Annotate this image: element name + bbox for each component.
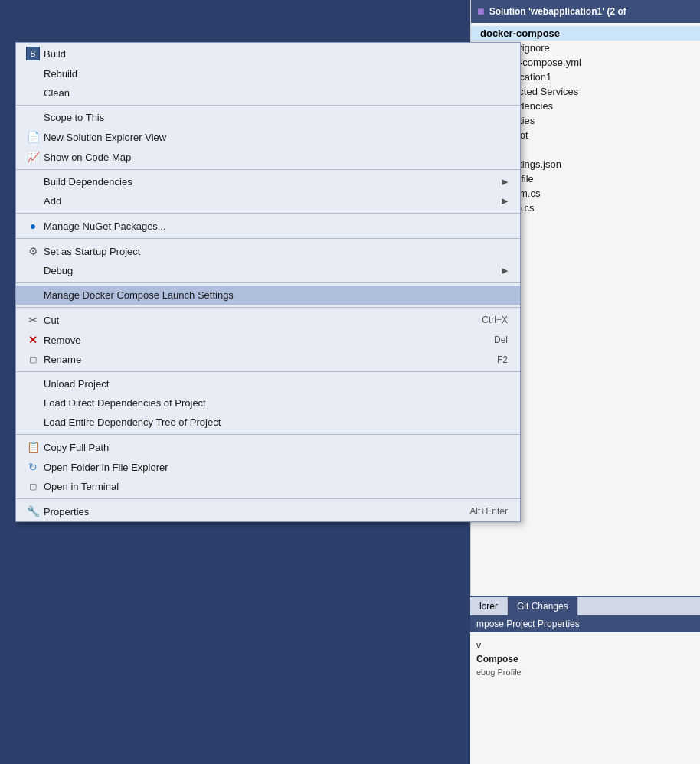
scissors-icon: ✂: [22, 314, 44, 326]
menu-item-label: Rebuild: [44, 68, 508, 80]
menu-item-label: Build: [44, 48, 508, 60]
solution-explorer-header: ■ Solution 'webapplication1' (2 of: [471, 0, 700, 23]
menu-divider: [16, 282, 520, 283]
menu-item-open-terminal[interactable]: ▢Open in Terminal: [16, 477, 520, 496]
menu-item-debug[interactable]: Debug▶: [16, 261, 520, 280]
menu-item-label: Open in Terminal: [44, 481, 508, 492]
menu-item-label: Manage NuGet Packages...: [44, 220, 508, 232]
submenu-arrow-icon: ▶: [502, 177, 508, 187]
menu-item-label: Remove: [44, 335, 463, 346]
menu-divider: [16, 498, 520, 499]
menu-item-shortcut: Alt+Enter: [469, 506, 508, 517]
bottom-content: mpose Project Properties v Compose ebug …: [470, 615, 700, 681]
bottom-panel: lorer Git Changes mpose Project Properti…: [470, 596, 700, 764]
menu-item-label: Load Direct Dependencies of Project: [44, 397, 508, 409]
bottom-sub-section: v: [476, 637, 694, 654]
menu-item-remove[interactable]: ✕RemoveDel: [16, 330, 520, 350]
submenu-arrow-icon: ▶: [502, 196, 508, 206]
menu-item-show-on-code-map[interactable]: 📈Show on Code Map: [16, 147, 520, 167]
menu-divider: [16, 371, 520, 372]
menu-divider: [16, 169, 520, 170]
menu-item-open-folder[interactable]: ↻Open Folder in File Explorer: [16, 457, 520, 477]
bottom-project-label: Compose: [476, 654, 694, 664]
code-map-icon: 📈: [22, 151, 44, 163]
tab-git-changes[interactable]: Git Changes: [508, 597, 578, 615]
menu-item-manage-docker[interactable]: Manage Docker Compose Launch Settings: [16, 286, 520, 305]
open-folder-icon: ↻: [22, 461, 44, 473]
menu-divider: [16, 213, 520, 214]
menu-item-label: Copy Full Path: [44, 442, 508, 453]
menu-item-label: Clean: [44, 87, 508, 99]
menu-item-label: Unload Project: [44, 378, 508, 390]
nuget-icon: ●: [22, 220, 44, 232]
menu-item-set-as-startup[interactable]: ⚙Set as Startup Project: [16, 241, 520, 261]
menu-item-label: Manage Docker Compose Launch Settings: [44, 289, 508, 301]
menu-item-clean[interactable]: Clean: [16, 83, 520, 103]
menu-item-unload-project[interactable]: Unload Project: [16, 374, 520, 393]
menu-item-label: Add: [44, 195, 496, 207]
menu-item-copy-full-path[interactable]: 📋Copy Full Path: [16, 437, 520, 457]
menu-item-properties[interactable]: 🔧PropertiesAlt+Enter: [16, 501, 520, 521]
bottom-section-header: mpose Project Properties: [470, 615, 700, 632]
menu-item-label: Cut: [44, 315, 451, 326]
menu-divider: [16, 434, 520, 435]
terminal-icon: ▢: [22, 482, 44, 491]
menu-item-label: Load Entire Dependency Tree of Project: [44, 416, 508, 428]
remove-icon: ✕: [22, 334, 44, 346]
tab-solution-explorer[interactable]: lorer: [470, 597, 508, 615]
menu-item-label: Debug: [44, 265, 496, 276]
menu-item-shortcut: Del: [494, 335, 508, 345]
menu-divider: [16, 105, 520, 106]
menu-item-manage-nuget[interactable]: ●Manage NuGet Packages...: [16, 216, 520, 236]
gear-icon: ⚙: [22, 245, 44, 257]
build-icon: B: [22, 47, 44, 60]
solution-explorer-view-icon: 📄: [22, 131, 44, 143]
menu-item-shortcut: Ctrl+X: [482, 315, 508, 325]
menu-item-label: Build Dependencies: [44, 176, 496, 188]
tree-item[interactable]: docker-compose: [471, 26, 700, 41]
menu-item-label: Properties: [44, 506, 439, 517]
menu-item-scope-to-this[interactable]: Scope to This: [16, 108, 520, 127]
menu-item-add[interactable]: Add▶: [16, 191, 520, 211]
rename-icon: ▢: [22, 354, 44, 364]
menu-divider: [16, 307, 520, 308]
menu-item-label: New Solution Explorer View: [44, 132, 508, 143]
menu-item-build[interactable]: BBuild: [16, 43, 520, 64]
menu-item-load-direct[interactable]: Load Direct Dependencies of Project: [16, 393, 520, 413]
menu-item-label: Open Folder in File Explorer: [44, 462, 508, 473]
menu-item-new-solution-explorer-view[interactable]: 📄New Solution Explorer View: [16, 127, 520, 147]
vs-icon: ■: [477, 5, 485, 18]
menu-item-build-dependencies[interactable]: Build Dependencies▶: [16, 172, 520, 191]
submenu-arrow-icon: ▶: [502, 266, 508, 276]
solution-explorer-title: Solution 'webapplication1' (2 of: [489, 6, 626, 17]
menu-item-label: Set as Startup Project: [44, 246, 508, 257]
bottom-tabs: lorer Git Changes: [470, 597, 700, 615]
context-menu: BBuildRebuildCleanScope to This📄New Solu…: [15, 42, 521, 522]
bottom-debug-label: ebug Profile: [476, 668, 694, 677]
wrench-icon: 🔧: [22, 505, 44, 517]
menu-divider: [16, 238, 520, 239]
menu-item-label: Show on Code Map: [44, 152, 508, 163]
menu-item-label: Rename: [44, 354, 466, 365]
menu-item-load-entire[interactable]: Load Entire Dependency Tree of Project: [16, 413, 520, 432]
menu-item-label: Scope to This: [44, 112, 508, 123]
menu-item-shortcut: F2: [497, 354, 508, 365]
menu-item-rename[interactable]: ▢RenameF2: [16, 350, 520, 369]
menu-item-rebuild[interactable]: Rebuild: [16, 64, 520, 83]
menu-item-cut[interactable]: ✂CutCtrl+X: [16, 310, 520, 330]
copy-icon: 📋: [22, 441, 44, 453]
